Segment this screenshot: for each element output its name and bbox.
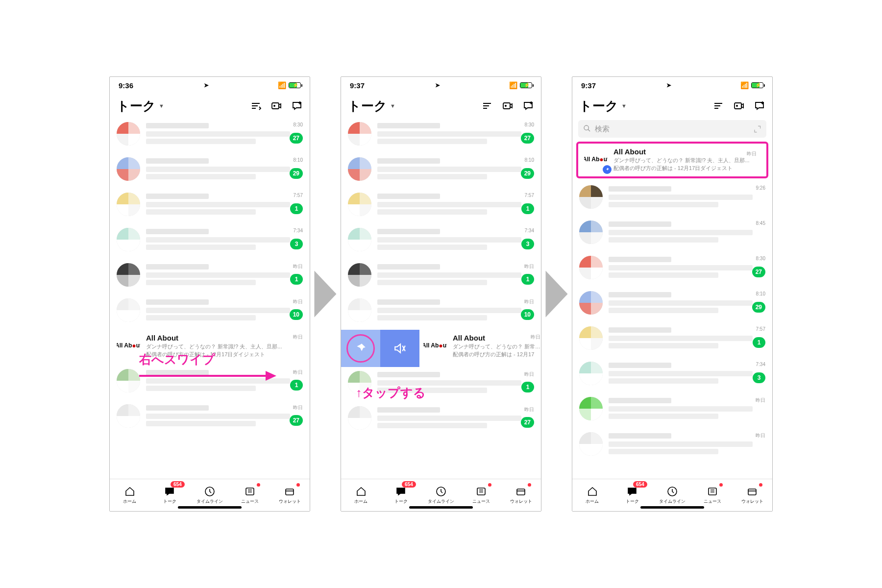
chat-title-blur [609,292,671,297]
swipe-action-mute[interactable] [380,330,419,367]
location-icon: ➤ [435,82,440,89]
chat-preview-blur [146,308,290,313]
unread-badge: 1 [753,337,765,348]
home-indicator[interactable] [409,506,473,509]
search-input[interactable]: 検索 ⌞⌝ [578,120,766,138]
avatar [117,369,140,392]
chat-list[interactable]: 8:30278:10297:5717:343昨日1昨日10All Ab●utAl… [110,118,310,479]
chat-row[interactable]: 8:3027 [572,252,772,287]
chat-title-blur [609,221,671,227]
chat-preview-1: ダンナ呼びって、どうなの？ 新常… [453,343,540,351]
chat-row[interactable]: 昨日1 [341,259,541,294]
chat-time: 7:34 [294,228,303,233]
page-title[interactable]: トーク▼ [117,98,164,115]
home-indicator[interactable] [640,506,704,509]
chat-preview-blur [609,343,718,348]
avatar [117,263,140,287]
chat-row[interactable]: 昨日27 [341,402,541,438]
chat-time: 7:34 [525,228,534,233]
chat-time: 7:57 [525,193,534,198]
chat-row[interactable]: 8:1029 [110,153,310,189]
chat-row[interactable]: 8:1029 [341,153,541,189]
chat-list[interactable]: 8:30278:10297:5717:343昨日1昨日10All Ab●utAl… [341,118,541,479]
chat-preview-blur [146,139,256,144]
tab-home[interactable]: ホーム [341,479,381,511]
avatar [348,193,371,216]
chat-row[interactable]: 昨日10 [341,294,541,330]
tab-wallet[interactable]: ウォレット [270,479,310,511]
chat-row-swiped[interactable]: All Ab●utAll Aboutダンナ呼びって、どうなの？ 新常…配偶者の呼… [341,330,541,367]
chat-row[interactable]: 昨日1 [110,365,310,400]
chat-preview-blur [609,230,753,235]
new-chat-icon[interactable] [754,100,765,112]
chat-preview-1: ダンナ呼びって、どうなの？ 新常識!? 夫、主人、旦那... [146,343,303,351]
tab-wallet[interactable]: ウォレット [732,479,772,511]
svg-rect-11 [709,488,716,495]
chat-time: 7:57 [756,326,765,332]
chat-title-blur [377,264,440,270]
chat-row[interactable]: 昨日 [572,393,772,428]
video-add-icon[interactable] [733,100,745,112]
chat-title-blur [146,158,209,164]
sort-icon[interactable] [250,100,262,112]
avatar [117,122,140,146]
page-title[interactable]: トーク▼ [579,98,627,115]
search-placeholder: 検索 [595,124,610,134]
avatar [117,193,140,216]
swipe-action-pin[interactable] [341,330,380,367]
sort-icon[interactable] [712,100,724,112]
chat-time: 昨日 [293,263,303,270]
avatar [117,157,140,181]
avatar [579,326,603,350]
chat-row[interactable]: 昨日10 [110,294,310,330]
avatar [579,185,603,209]
chat-row[interactable]: 昨日27 [110,400,310,436]
chat-row[interactable]: All Ab●utAll Aboutダンナ呼びって、どうなの？ 新常…配偶者の呼… [419,330,541,367]
chat-row[interactable]: 昨日1 [110,259,310,294]
header: トーク▼ [110,94,310,118]
chat-row[interactable]: 9:26 [572,181,772,217]
tab-home[interactable]: ホーム [110,479,150,511]
chat-title-blur [146,264,209,270]
chat-preview-blur [146,209,256,215]
chat-row[interactable]: 8:45 [572,217,772,252]
scan-icon[interactable]: ⌞⌝ [754,124,761,134]
chat-row[interactable]: All Ab●utAll Aboutダンナ呼びって、どうなの？ 新常識!? 夫、… [110,330,310,365]
chat-row[interactable]: 8:1029 [572,287,772,322]
chat-title-blur [377,158,440,164]
home-indicator[interactable] [178,506,242,509]
unread-badge: 1 [290,203,303,214]
chat-time: 8:45 [756,220,765,226]
chat-preview-blur [146,245,256,250]
chat-row[interactable]: 7:343 [110,224,310,259]
chat-preview-2: 配偶者の呼び方の正解は - 12月17 [453,351,540,359]
chat-preview-blur [377,272,521,278]
chat-time: 8:10 [525,157,534,163]
chat-title-blur [609,257,671,262]
sort-icon[interactable] [481,100,493,112]
tab-wallet[interactable]: ウォレット [501,479,541,511]
chat-title-blur [146,229,209,234]
chat-row[interactable]: 7:571 [341,189,541,224]
tab-home[interactable]: ホーム [572,479,612,511]
chat-row[interactable]: 8:3027 [110,118,310,153]
new-chat-icon[interactable] [522,100,534,112]
chat-preview-blur [146,202,290,207]
video-add-icon[interactable] [270,100,282,112]
chat-preview-blur [146,386,256,391]
signal-icon: 📶 [509,81,517,89]
clock: 9:36 [119,81,133,90]
unread-badge: 29 [752,302,765,313]
chat-row[interactable]: 7:571 [110,189,310,224]
video-add-icon[interactable] [502,100,514,112]
page-title[interactable]: トーク▼ [348,98,395,115]
chat-row[interactable]: 8:3027 [341,118,541,153]
chat-row[interactable]: 7:343 [341,224,541,259]
chat-row-pinned[interactable]: All Ab●ut All About ダンナ呼びって、どうなの？ 新常識!? … [581,147,763,173]
new-chat-icon[interactable] [291,100,303,112]
chat-row[interactable]: 昨日1 [341,367,541,402]
chat-row[interactable]: 昨日 [572,428,772,464]
chat-row[interactable]: 7:343 [572,358,772,393]
chat-list[interactable]: 9:268:458:30278:10297:5717:343昨日昨日 [572,181,772,479]
chat-row[interactable]: 7:571 [572,322,772,358]
